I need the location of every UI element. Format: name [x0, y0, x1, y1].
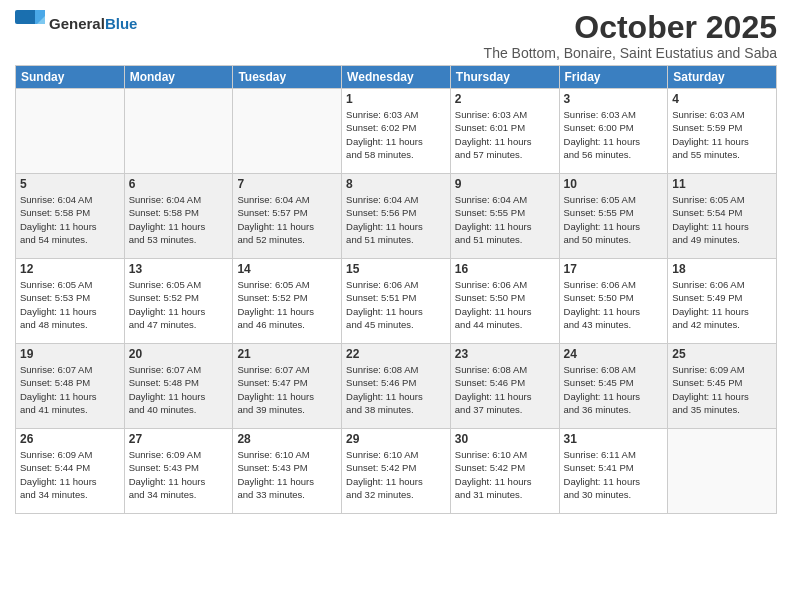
day-number: 27 — [129, 432, 229, 446]
header-wednesday: Wednesday — [342, 66, 451, 89]
calendar-cell: 13Sunrise: 6:05 AM Sunset: 5:52 PM Dayli… — [124, 259, 233, 344]
day-number: 21 — [237, 347, 337, 361]
calendar-cell: 31Sunrise: 6:11 AM Sunset: 5:41 PM Dayli… — [559, 429, 668, 514]
calendar-cell: 15Sunrise: 6:06 AM Sunset: 5:51 PM Dayli… — [342, 259, 451, 344]
day-number: 19 — [20, 347, 120, 361]
day-number: 20 — [129, 347, 229, 361]
calendar-cell: 26Sunrise: 6:09 AM Sunset: 5:44 PM Dayli… — [16, 429, 125, 514]
day-info: Sunrise: 6:10 AM Sunset: 5:42 PM Dayligh… — [455, 448, 555, 501]
day-number: 16 — [455, 262, 555, 276]
calendar-cell: 20Sunrise: 6:07 AM Sunset: 5:48 PM Dayli… — [124, 344, 233, 429]
day-info: Sunrise: 6:11 AM Sunset: 5:41 PM Dayligh… — [564, 448, 664, 501]
day-number: 28 — [237, 432, 337, 446]
calendar-cell: 17Sunrise: 6:06 AM Sunset: 5:50 PM Dayli… — [559, 259, 668, 344]
day-number: 25 — [672, 347, 772, 361]
day-number: 4 — [672, 92, 772, 106]
day-info: Sunrise: 6:08 AM Sunset: 5:45 PM Dayligh… — [564, 363, 664, 416]
page: GeneralBlue October 2025 The Bottom, Bon… — [0, 0, 792, 612]
day-info: Sunrise: 6:04 AM Sunset: 5:58 PM Dayligh… — [129, 193, 229, 246]
calendar-cell — [668, 429, 777, 514]
day-info: Sunrise: 6:05 AM Sunset: 5:55 PM Dayligh… — [564, 193, 664, 246]
week-row-4: 19Sunrise: 6:07 AM Sunset: 5:48 PM Dayli… — [16, 344, 777, 429]
day-info: Sunrise: 6:05 AM Sunset: 5:53 PM Dayligh… — [20, 278, 120, 331]
day-info: Sunrise: 6:05 AM Sunset: 5:54 PM Dayligh… — [672, 193, 772, 246]
calendar-cell: 4Sunrise: 6:03 AM Sunset: 5:59 PM Daylig… — [668, 89, 777, 174]
calendar-body: 1Sunrise: 6:03 AM Sunset: 6:02 PM Daylig… — [16, 89, 777, 514]
day-number: 11 — [672, 177, 772, 191]
header-friday: Friday — [559, 66, 668, 89]
calendar-cell: 22Sunrise: 6:08 AM Sunset: 5:46 PM Dayli… — [342, 344, 451, 429]
calendar: Sunday Monday Tuesday Wednesday Thursday… — [15, 65, 777, 514]
day-info: Sunrise: 6:06 AM Sunset: 5:50 PM Dayligh… — [564, 278, 664, 331]
day-info: Sunrise: 6:04 AM Sunset: 5:57 PM Dayligh… — [237, 193, 337, 246]
logo-icon — [15, 10, 45, 38]
day-info: Sunrise: 6:05 AM Sunset: 5:52 PM Dayligh… — [129, 278, 229, 331]
calendar-cell — [16, 89, 125, 174]
calendar-cell: 14Sunrise: 6:05 AM Sunset: 5:52 PM Dayli… — [233, 259, 342, 344]
calendar-cell: 21Sunrise: 6:07 AM Sunset: 5:47 PM Dayli… — [233, 344, 342, 429]
day-number: 9 — [455, 177, 555, 191]
day-info: Sunrise: 6:09 AM Sunset: 5:43 PM Dayligh… — [129, 448, 229, 501]
calendar-cell: 1Sunrise: 6:03 AM Sunset: 6:02 PM Daylig… — [342, 89, 451, 174]
day-number: 18 — [672, 262, 772, 276]
day-info: Sunrise: 6:10 AM Sunset: 5:43 PM Dayligh… — [237, 448, 337, 501]
day-number: 3 — [564, 92, 664, 106]
day-info: Sunrise: 6:07 AM Sunset: 5:47 PM Dayligh… — [237, 363, 337, 416]
day-number: 5 — [20, 177, 120, 191]
day-info: Sunrise: 6:07 AM Sunset: 5:48 PM Dayligh… — [129, 363, 229, 416]
day-number: 14 — [237, 262, 337, 276]
calendar-cell: 19Sunrise: 6:07 AM Sunset: 5:48 PM Dayli… — [16, 344, 125, 429]
day-info: Sunrise: 6:04 AM Sunset: 5:56 PM Dayligh… — [346, 193, 446, 246]
calendar-cell: 23Sunrise: 6:08 AM Sunset: 5:46 PM Dayli… — [450, 344, 559, 429]
day-info: Sunrise: 6:09 AM Sunset: 5:44 PM Dayligh… — [20, 448, 120, 501]
day-number: 22 — [346, 347, 446, 361]
day-number: 15 — [346, 262, 446, 276]
day-number: 26 — [20, 432, 120, 446]
calendar-cell: 2Sunrise: 6:03 AM Sunset: 6:01 PM Daylig… — [450, 89, 559, 174]
calendar-cell — [124, 89, 233, 174]
header-thursday: Thursday — [450, 66, 559, 89]
day-info: Sunrise: 6:03 AM Sunset: 6:01 PM Dayligh… — [455, 108, 555, 161]
day-number: 6 — [129, 177, 229, 191]
day-info: Sunrise: 6:09 AM Sunset: 5:45 PM Dayligh… — [672, 363, 772, 416]
calendar-cell: 9Sunrise: 6:04 AM Sunset: 5:55 PM Daylig… — [450, 174, 559, 259]
day-number: 13 — [129, 262, 229, 276]
day-info: Sunrise: 6:05 AM Sunset: 5:52 PM Dayligh… — [237, 278, 337, 331]
calendar-cell: 3Sunrise: 6:03 AM Sunset: 6:00 PM Daylig… — [559, 89, 668, 174]
calendar-cell: 7Sunrise: 6:04 AM Sunset: 5:57 PM Daylig… — [233, 174, 342, 259]
week-row-2: 5Sunrise: 6:04 AM Sunset: 5:58 PM Daylig… — [16, 174, 777, 259]
day-number: 17 — [564, 262, 664, 276]
day-number: 23 — [455, 347, 555, 361]
calendar-cell: 6Sunrise: 6:04 AM Sunset: 5:58 PM Daylig… — [124, 174, 233, 259]
calendar-cell: 29Sunrise: 6:10 AM Sunset: 5:42 PM Dayli… — [342, 429, 451, 514]
day-info: Sunrise: 6:06 AM Sunset: 5:51 PM Dayligh… — [346, 278, 446, 331]
calendar-cell: 16Sunrise: 6:06 AM Sunset: 5:50 PM Dayli… — [450, 259, 559, 344]
day-number: 10 — [564, 177, 664, 191]
day-info: Sunrise: 6:08 AM Sunset: 5:46 PM Dayligh… — [455, 363, 555, 416]
calendar-cell: 10Sunrise: 6:05 AM Sunset: 5:55 PM Dayli… — [559, 174, 668, 259]
day-info: Sunrise: 6:03 AM Sunset: 6:02 PM Dayligh… — [346, 108, 446, 161]
day-info: Sunrise: 6:03 AM Sunset: 6:00 PM Dayligh… — [564, 108, 664, 161]
logo: GeneralBlue — [15, 10, 137, 38]
header-monday: Monday — [124, 66, 233, 89]
day-info: Sunrise: 6:03 AM Sunset: 5:59 PM Dayligh… — [672, 108, 772, 161]
calendar-cell: 8Sunrise: 6:04 AM Sunset: 5:56 PM Daylig… — [342, 174, 451, 259]
day-info: Sunrise: 6:06 AM Sunset: 5:49 PM Dayligh… — [672, 278, 772, 331]
day-number: 1 — [346, 92, 446, 106]
calendar-cell — [233, 89, 342, 174]
calendar-cell: 12Sunrise: 6:05 AM Sunset: 5:53 PM Dayli… — [16, 259, 125, 344]
day-info: Sunrise: 6:04 AM Sunset: 5:55 PM Dayligh… — [455, 193, 555, 246]
title-block: October 2025 The Bottom, Bonaire, Saint … — [484, 10, 777, 61]
calendar-cell: 28Sunrise: 6:10 AM Sunset: 5:43 PM Dayli… — [233, 429, 342, 514]
header-sunday: Sunday — [16, 66, 125, 89]
calendar-cell: 18Sunrise: 6:06 AM Sunset: 5:49 PM Dayli… — [668, 259, 777, 344]
location-title: The Bottom, Bonaire, Saint Eustatius and… — [484, 45, 777, 61]
weekday-header-row: Sunday Monday Tuesday Wednesday Thursday… — [16, 66, 777, 89]
day-number: 2 — [455, 92, 555, 106]
calendar-cell: 30Sunrise: 6:10 AM Sunset: 5:42 PM Dayli… — [450, 429, 559, 514]
day-number: 29 — [346, 432, 446, 446]
day-info: Sunrise: 6:08 AM Sunset: 5:46 PM Dayligh… — [346, 363, 446, 416]
week-row-1: 1Sunrise: 6:03 AM Sunset: 6:02 PM Daylig… — [16, 89, 777, 174]
header-saturday: Saturday — [668, 66, 777, 89]
calendar-cell: 27Sunrise: 6:09 AM Sunset: 5:43 PM Dayli… — [124, 429, 233, 514]
